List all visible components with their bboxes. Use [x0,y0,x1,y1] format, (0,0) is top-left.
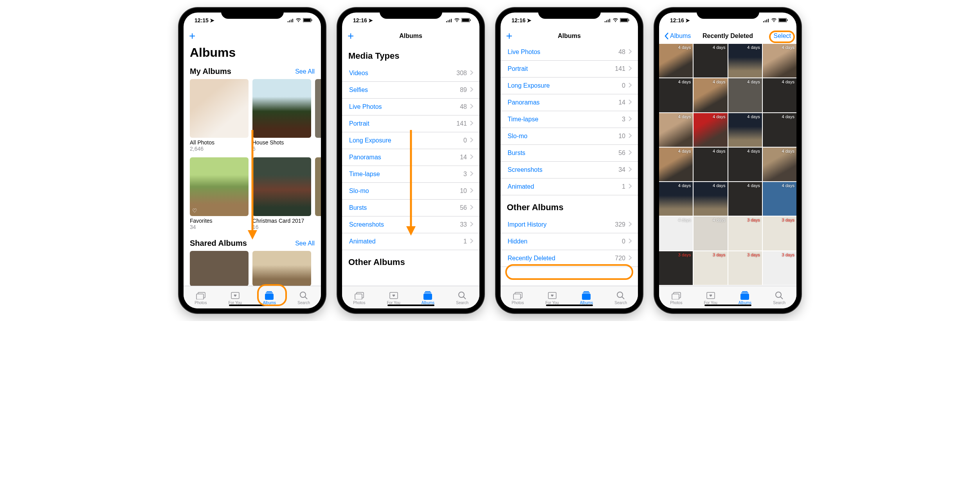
album-partial[interactable] [315,79,321,152]
photo-cell[interactable]: 4 days [659,148,693,181]
tab-search[interactable]: Search [450,291,474,305]
photo-cell[interactable]: 3 days [659,251,693,285]
album-all-photos[interactable]: All Photos 2,646 [190,79,249,152]
photos-icon [513,291,523,300]
photo-cell[interactable]: 4 days [659,113,693,147]
tab-search[interactable]: Search [609,291,632,305]
list-row[interactable]: Long Exposure0 [501,77,638,94]
shared-album[interactable] [190,251,249,286]
photo-cell[interactable]: 4 days [694,216,727,250]
svg-rect-8 [196,294,204,299]
list-row[interactable]: Panoramas14 [501,94,638,111]
photo-cell[interactable]: 4 days [659,78,693,112]
photo-cell[interactable]: 4 days [728,78,762,112]
home-indicator[interactable] [704,305,751,306]
list-row[interactable]: Live Photos48 [501,44,638,61]
content-area[interactable]: Live Photos48Portrait141Long Exposure0Pa… [501,44,638,286]
album-christmas[interactable]: Christmas Card 2017 16 [252,157,311,230]
photo-cell[interactable]: 3 days [763,251,796,285]
list-row[interactable]: Import History329 [501,216,638,233]
list-row[interactable]: Screenshots34 [501,162,638,178]
signal-icon [446,17,452,23]
home-indicator[interactable] [229,305,276,306]
list-row[interactable]: Portrait141 [501,61,638,77]
photo-cell[interactable]: 3 days [728,216,762,250]
select-button[interactable]: Select [774,32,791,40]
photo-cell[interactable]: 3 days [763,216,796,250]
photo-cell[interactable]: 4 days [763,182,796,216]
photo-cell[interactable]: 4 days [659,216,693,250]
battery-icon [461,17,471,23]
back-button[interactable]: Albums [665,32,691,40]
tab-albums[interactable]: Albums [416,291,440,305]
tab-photos[interactable]: Photos [506,291,530,305]
photo-cell[interactable]: 3 days [694,251,727,285]
home-indicator[interactable] [387,305,434,306]
list-row[interactable]: Time-lapse3 [342,166,479,183]
list-row[interactable]: Videos308 [342,65,479,82]
photo-cell[interactable]: 4 days [728,148,762,181]
tab-photos[interactable]: Photos [665,291,688,305]
photo-cell[interactable]: 4 days [728,182,762,216]
list-row[interactable]: Hidden0 [501,233,638,250]
add-button[interactable]: + [348,31,354,41]
shared-album[interactable] [252,251,311,286]
list-row[interactable]: Portrait141 [342,115,479,132]
tab-for-you[interactable]: For You [699,291,722,305]
content-area[interactable]: 4 days4 days4 days4 days4 days4 days4 da… [659,44,796,286]
photo-cell[interactable]: 4 days [694,113,727,147]
album-house-shots[interactable]: House Shots 6 [252,79,311,152]
photo-cell[interactable]: 4 days [763,44,796,77]
see-all-link[interactable]: See All [295,240,315,247]
album-favorites[interactable]: ♡ Favorites 34 [190,157,249,230]
see-all-link[interactable]: See All [295,68,315,75]
add-button[interactable]: + [506,31,512,41]
list-row[interactable]: Bursts56 [342,200,479,216]
photo-cell[interactable]: 4 days [694,78,727,112]
album-partial[interactable] [315,157,321,230]
photo-cell[interactable]: 4 days [763,78,796,112]
tab-albums[interactable]: Albums [258,291,281,305]
list-row[interactable]: Screenshots33 [342,216,479,233]
home-indicator[interactable] [546,305,593,306]
tab-photos[interactable]: Photos [189,291,213,305]
tab-photos[interactable]: Photos [348,291,371,305]
list-row[interactable]: Selfies89 [342,82,479,99]
tab-albums[interactable]: Albums [575,291,598,305]
list-row[interactable]: Live Photos48 [342,99,479,115]
svg-rect-55 [787,20,788,21]
list-row[interactable]: Animated1 [501,178,638,195]
photo-cell[interactable]: 4 days [694,44,727,77]
photo-cell[interactable]: 4 days [694,148,727,181]
search-icon [774,291,784,300]
photo-cell[interactable]: 4 days [659,44,693,77]
content-area[interactable]: My Albums See All All Photos 2,646 House… [184,64,321,286]
list-count: 308 [456,70,467,77]
tab-for-you[interactable]: For You [223,291,247,305]
tab-for-you[interactable]: For You [382,291,405,305]
content-area[interactable]: Videos308Selfies89Live Photos48Portrait1… [342,65,479,286]
list-row[interactable]: Panoramas14 [342,149,479,166]
photo-cell[interactable]: 4 days [659,182,693,216]
tab-search[interactable]: Search [767,291,791,305]
photo-cell[interactable]: 4 days [728,113,762,147]
tab-for-you[interactable]: For You [540,291,564,305]
list-row[interactable]: Slo-mo10 [342,183,479,200]
list-row[interactable]: Recently Deleted720 [501,250,638,267]
photo-cell[interactable]: 4 days [728,44,762,77]
add-button[interactable]: + [189,31,195,41]
list-count: 1 [622,183,625,190]
list-label: Animated [508,183,534,190]
photo-cell[interactable]: 4 days [763,148,796,181]
photo-cell[interactable]: 3 days [728,251,762,285]
list-row[interactable]: Slo-mo10 [501,128,638,145]
list-row[interactable]: Long Exposure0 [342,132,479,149]
list-label: Panoramas [349,154,381,161]
list-row[interactable]: Time-lapse3 [501,111,638,128]
list-row[interactable]: Bursts56 [501,145,638,162]
tab-albums[interactable]: Albums [733,291,757,305]
photo-cell[interactable]: 4 days [763,113,796,147]
list-row[interactable]: Animated1 [342,233,479,250]
photo-cell[interactable]: 4 days [694,182,727,216]
tab-search[interactable]: Search [292,291,315,305]
